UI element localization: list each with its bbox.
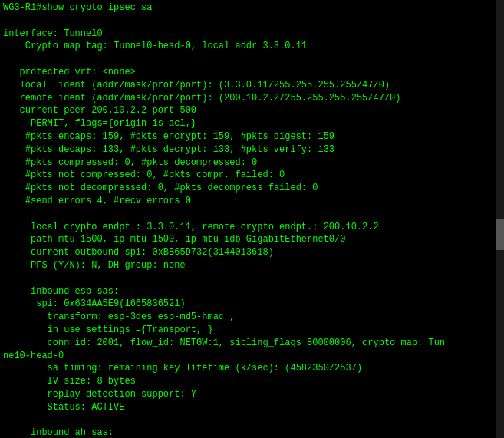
terminal-line: local ident (addr/mask/prot/port): (3.3.… — [3, 79, 501, 92]
terminal-line: inbound ah sas: — [3, 426, 501, 438]
terminal-content: WG3-R1#show crypto ipsec sa interface: T… — [3, 2, 501, 438]
terminal-line: #pkts not decompressed: 0, #pkts decompr… — [3, 182, 501, 195]
terminal-line: path mtu 1500, ip mtu 1500, ip mtu idb G… — [3, 233, 501, 246]
terminal-line: transform: esp-3des esp-md5-hmac , — [3, 311, 501, 324]
terminal-line: local crypto endpt.: 3.3.0.11, remote cr… — [3, 221, 501, 234]
terminal-line: replay detection support: Y — [3, 388, 501, 401]
terminal-line: Crypto map tag: Tunnel0-head-0, local ad… — [3, 40, 501, 53]
terminal-line: #pkts encaps: 159, #pkts encrypt: 159, #… — [3, 130, 501, 143]
terminal-line — [3, 15, 501, 28]
terminal-line: #pkts not compressed: 0, #pkts compr. fa… — [3, 169, 501, 182]
terminal-line — [3, 414, 501, 427]
terminal-line: #pkts decaps: 133, #pkts decrypt: 133, #… — [3, 143, 501, 156]
terminal-line — [3, 272, 501, 285]
terminal-line: protected vrf: <none> — [3, 66, 501, 79]
terminal-line: PFS (Y/N): N, DH group: none — [3, 259, 501, 272]
terminal-line: spi: 0x634AA5E9(1665836521) — [3, 298, 501, 311]
terminal-line: ne10-head-0 — [3, 350, 501, 363]
terminal-line: #pkts compressed: 0, #pkts decompressed:… — [3, 156, 501, 170]
terminal-line: sa timing: remaining key lifetime (k/sec… — [3, 362, 501, 375]
terminal-line — [3, 53, 501, 66]
terminal-line: inbound esp sas: — [3, 285, 501, 298]
scrollbar[interactable] — [496, 0, 504, 438]
terminal-line: Status: ACTIVE — [3, 401, 501, 414]
terminal-line: conn id: 2001, flow_id: NETGW:1, sibling… — [3, 337, 501, 350]
terminal-line: #send errors 4, #recv errors 0 — [3, 195, 501, 208]
terminal-line: remote ident (addr/mask/prot/port): (200… — [3, 92, 501, 105]
terminal-window: WG3-R1#show crypto ipsec sa interface: T… — [0, 0, 504, 438]
terminal-line — [3, 208, 501, 221]
terminal-line: current outbound spi: 0xBB65D732(3144013… — [3, 246, 501, 259]
scrollbar-thumb[interactable] — [496, 219, 504, 250]
terminal-line: PERMIT, flags={origin_is_acl,} — [3, 117, 501, 130]
terminal-line: IV size: 8 bytes — [3, 375, 501, 388]
terminal-line: WG3-R1#show crypto ipsec sa — [3, 2, 501, 15]
terminal-line: interface: Tunnel0 — [3, 28, 501, 41]
terminal-line: in use settings ={Transport, } — [3, 324, 501, 337]
terminal-line: current_peer 200.10.2.2 port 500 — [3, 104, 501, 117]
